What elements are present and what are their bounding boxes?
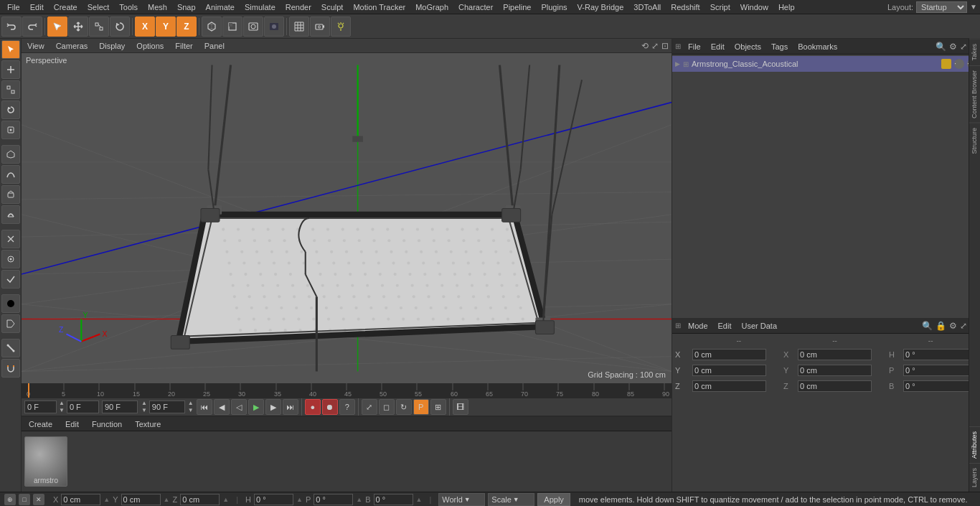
status-h-field[interactable]: 0 °	[254, 494, 293, 505]
viewport-icon-3[interactable]: ⊡	[661, 41, 669, 51]
attr-h-val[interactable]: 0 °	[903, 349, 977, 360]
attr-y-size[interactable]: 0 cm	[798, 365, 872, 376]
tab-tags[interactable]: Tags	[768, 41, 791, 52]
scale-tool-left[interactable]	[1, 80, 20, 99]
attr-p-val[interactable]: 0 °	[903, 365, 977, 376]
menu-help[interactable]: Help	[774, 1, 799, 13]
light-button[interactable]	[331, 17, 351, 37]
deformer-tool[interactable]	[1, 205, 20, 224]
menu-edit[interactable]: Edit	[26, 1, 48, 13]
scale-dropdown[interactable]: Scale ▼	[488, 493, 534, 506]
status-b-field[interactable]: 0 °	[374, 494, 413, 505]
render-button[interactable]	[264, 17, 284, 37]
tab-create[interactable]: Create	[26, 418, 55, 430]
viewport-icon-2[interactable]: ⤢	[651, 41, 659, 51]
frame-up[interactable]: ▲	[59, 400, 65, 407]
far-tab-structure[interactable]: Structure	[969, 123, 980, 159]
magnet-tool[interactable]	[1, 359, 20, 378]
preview-end-field[interactable]: 90 F	[149, 400, 185, 413]
viewport-menu-filter[interactable]: Filter	[172, 40, 195, 52]
far-tab-layers[interactable]: Layers	[969, 463, 980, 492]
far-tab-content[interactable]: Content Browser	[969, 65, 980, 123]
play-reverse-button[interactable]: ◁	[231, 399, 247, 415]
z-axis-button[interactable]: Z	[176, 17, 197, 37]
tag-tool[interactable]	[1, 314, 20, 333]
menu-sculpt[interactable]: Sculpt	[317, 1, 348, 13]
viewport-menu-view[interactable]: View	[24, 40, 47, 52]
tab-texture[interactable]: Texture	[132, 418, 164, 430]
start-frame-field[interactable]: 0 F	[67, 400, 99, 413]
rotate-tool-left[interactable]	[1, 100, 20, 119]
grid-button[interactable]	[289, 17, 309, 37]
menu-snap[interactable]: Snap	[173, 1, 200, 13]
anim-rotate[interactable]: ↻	[396, 399, 412, 415]
tab-function[interactable]: Function	[89, 418, 125, 430]
status-icon-2[interactable]: □	[19, 494, 30, 505]
tab-user-data[interactable]: User Data	[739, 320, 781, 332]
menu-window[interactable]: Window	[736, 1, 773, 13]
viewport-3d[interactable]: X Y Z Perspective Grid Spacing : 100 cm	[22, 53, 672, 383]
tab-mode[interactable]: Mode	[685, 320, 711, 332]
end-frame-field[interactable]: 90 F	[102, 400, 138, 413]
object-mode-button[interactable]	[202, 17, 222, 37]
go-start-button[interactable]: ⏮	[197, 399, 212, 415]
anim-move[interactable]: ⤢	[362, 399, 377, 415]
viewport-menu-display[interactable]: Display	[96, 40, 128, 52]
tab-bookmarks[interactable]: Bookmarks	[795, 41, 840, 52]
render-view-button[interactable]	[243, 17, 263, 37]
attr-search-icon[interactable]: 🔍	[922, 321, 933, 331]
status-icon-1[interactable]: ⊕	[4, 494, 16, 505]
status-x-field[interactable]: 0 cm	[61, 494, 100, 505]
object-row-main[interactable]: ▶ ⊞ Armstrong_Classic_Acoustical · ·	[672, 56, 980, 72]
far-tab-takes[interactable]: Takes	[969, 39, 980, 65]
render-region-button[interactable]	[222, 17, 242, 37]
rotate-tool-button[interactable]	[110, 17, 130, 37]
viewport-menu-panel[interactable]: Panel	[202, 40, 227, 52]
menu-character[interactable]: Character	[454, 1, 497, 13]
menu-3dtoall[interactable]: 3DToAll	[629, 1, 665, 13]
menu-script[interactable]: Script	[706, 1, 735, 13]
status-z-field[interactable]: 0 cm	[180, 494, 220, 505]
current-frame-field[interactable]: 0 F	[24, 400, 57, 413]
expand-icon[interactable]: ⤢	[960, 42, 967, 52]
anim-orange[interactable]: P	[413, 399, 429, 415]
menu-vray[interactable]: V-Ray Bridge	[573, 1, 628, 13]
anim-grid[interactable]: ⊞	[430, 399, 446, 415]
menu-select[interactable]: Select	[83, 1, 114, 13]
material-thumbnail[interactable]: armstro	[24, 436, 67, 487]
status-y-field[interactable]: 0 cm	[121, 494, 161, 505]
snap-tool[interactable]	[1, 270, 20, 289]
auto-key-button[interactable]: ⏺	[322, 399, 338, 415]
polygon-tool[interactable]	[1, 145, 20, 164]
tab-objects[interactable]: Objects	[732, 41, 764, 52]
primitive-tool[interactable]	[1, 185, 20, 204]
apply-button[interactable]: Apply	[537, 493, 570, 506]
spline-tool[interactable]	[1, 165, 20, 184]
end-frame-up[interactable]: ▲	[141, 400, 147, 407]
go-end-button[interactable]: ⏭	[283, 399, 298, 415]
attr-y-pos[interactable]: 0 cm	[692, 365, 766, 376]
attr-z-size[interactable]: 0 cm	[798, 380, 872, 392]
translate-tool[interactable]	[1, 60, 20, 79]
camera-button[interactable]	[310, 17, 330, 37]
help-button[interactable]: ?	[339, 399, 355, 415]
knife-tool[interactable]	[1, 230, 20, 248]
menu-redshift[interactable]: Redshift	[666, 1, 704, 13]
object-vis-dot[interactable]: ·	[954, 59, 964, 69]
menu-create[interactable]: Create	[50, 1, 82, 13]
timeline-ruler[interactable]	[22, 383, 672, 398]
menu-file[interactable]: File	[3, 1, 24, 13]
bone-tool[interactable]	[1, 339, 20, 357]
y-axis-button[interactable]: Y	[156, 17, 176, 37]
attr-settings-icon[interactable]: ⚙	[949, 321, 957, 331]
status-p-field[interactable]: 0 °	[314, 494, 353, 505]
undo-button[interactable]	[1, 17, 22, 37]
attr-lock-icon[interactable]: 🔒	[936, 321, 946, 331]
menu-mesh[interactable]: Mesh	[143, 1, 171, 13]
prev-frame-button[interactable]: ◀	[214, 399, 230, 415]
preview-end-down[interactable]: ▼	[188, 407, 194, 414]
end-frame-down[interactable]: ▼	[141, 407, 147, 414]
material-tool[interactable]	[1, 294, 20, 313]
redo-button[interactable]	[22, 17, 42, 37]
menu-plugins[interactable]: Plugins	[537, 1, 571, 13]
